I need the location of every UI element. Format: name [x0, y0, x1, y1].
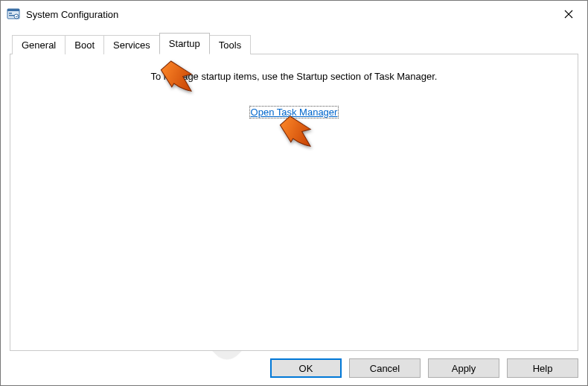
- tab-tools[interactable]: Tools: [209, 35, 251, 54]
- ok-button[interactable]: OK: [270, 358, 342, 378]
- apply-button[interactable]: Apply: [428, 358, 499, 378]
- svg-rect-2: [9, 13, 12, 14]
- tab-services[interactable]: Services: [103, 35, 160, 54]
- cancel-button[interactable]: Cancel: [349, 358, 421, 378]
- dialog-button-row: OK Cancel Apply Help: [10, 351, 578, 378]
- tab-startup[interactable]: Startup: [159, 33, 210, 54]
- tab-panel-startup: To manage startup items, use the Startup…: [10, 54, 578, 351]
- titlebar-left: System Configuration: [7, 7, 118, 21]
- system-configuration-window: System Configuration PC risk.com General…: [0, 0, 588, 386]
- svg-point-4: [14, 14, 19, 19]
- help-button[interactable]: Help: [507, 358, 578, 378]
- svg-rect-1: [7, 9, 19, 11]
- window-title: System Configuration: [26, 9, 118, 20]
- msconfig-icon: [7, 7, 20, 21]
- open-task-manager-link[interactable]: Open Task Manager: [249, 106, 339, 118]
- tabstrip: General Boot Services Startup Tools: [10, 34, 578, 54]
- tab-boot[interactable]: Boot: [65, 35, 104, 54]
- startup-instruction-text: To manage startup items, use the Startup…: [10, 71, 578, 82]
- client-area: PC risk.com General Boot Services Startu…: [1, 28, 587, 385]
- tab-general[interactable]: General: [12, 35, 65, 54]
- titlebar: System Configuration: [1, 1, 587, 28]
- close-button[interactable]: [552, 3, 586, 25]
